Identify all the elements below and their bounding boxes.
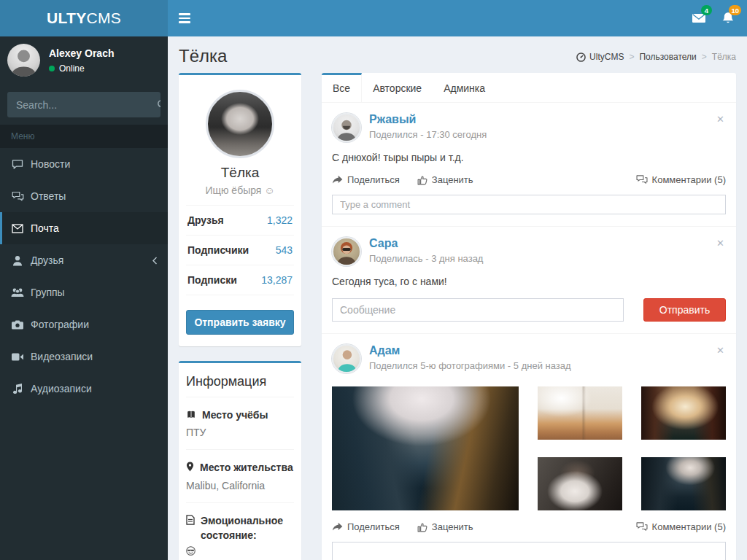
user-info: Alexey Orach Online (40, 44, 118, 77)
app-window: ULTYCMS 4 10 Alex (0, 0, 747, 560)
comments-action[interactable]: Комментарии (5) (636, 174, 726, 185)
online-status-dot (49, 66, 55, 71)
sidebar-item-groups[interactable]: Группы (0, 276, 168, 308)
like-action[interactable]: Заценить (417, 174, 473, 185)
logo-bold-text: ULTY (47, 9, 86, 27)
notifications-badge: 10 (729, 5, 741, 15)
post-author-avatar[interactable] (332, 113, 361, 142)
photo-thumbnail-dining[interactable] (538, 386, 622, 440)
book-icon (186, 408, 196, 423)
like-action[interactable]: Заценить (417, 521, 473, 532)
info-item-emotion: Эмоциональное состояние: (186, 503, 294, 559)
share-action[interactable]: Поделиться (332, 521, 400, 532)
photo-column (641, 386, 726, 510)
messages-button[interactable]: 4 (684, 0, 713, 36)
close-icon[interactable]: ✕ (715, 344, 726, 357)
breadcrumb-home[interactable]: UltyCMS (576, 52, 624, 62)
breadcrumb-label: Пользователи (639, 52, 696, 62)
comment-input[interactable] (332, 195, 726, 214)
breadcrumb-separator: > (702, 52, 707, 62)
notifications-button[interactable]: 10 (713, 0, 743, 36)
avatar-image (333, 346, 360, 372)
comments-action[interactable]: Комментарии (5) (636, 521, 726, 532)
sidebar-item-news[interactable]: Новости (0, 148, 168, 180)
sidebar-item-photos[interactable]: Фотографии (0, 308, 168, 341)
photo-thumbnail-canal[interactable] (641, 386, 726, 440)
breadcrumb-separator: > (629, 52, 634, 62)
post-author-link[interactable]: Сара (369, 237, 483, 250)
message-row: Отправить (332, 298, 726, 322)
profile-avatar (206, 90, 274, 158)
post-author-avatar[interactable] (332, 237, 361, 266)
post-header: Адам Поделился 5-ю фотографиями - 5 дней… (332, 344, 726, 373)
post-author-avatar[interactable] (332, 344, 361, 373)
info-card: Информация Место учёбы ПТУ Место жительс… (179, 361, 301, 560)
post-actions: Поделиться Заценить Комментарии (5) (332, 174, 726, 185)
top-navbar: 4 10 (168, 0, 747, 36)
post-actions: Поделиться Заценить Комментарии (5) (332, 521, 726, 532)
sidebar-user-panel: Alexey Orach Online (0, 36, 168, 85)
tab-all[interactable]: Все (322, 73, 362, 102)
stats-value-link[interactable]: 1,322 (267, 214, 293, 226)
share-icon (332, 522, 343, 532)
search-input[interactable] (7, 92, 157, 117)
photo-thumbnail-street[interactable] (332, 386, 519, 510)
close-icon[interactable]: ✕ (715, 113, 726, 125)
music-note-icon (11, 384, 24, 394)
tab-authored[interactable]: Авторские (362, 73, 433, 102)
send-button[interactable]: Отправить (643, 298, 726, 322)
stats-row-friends: Друзья 1,322 (186, 205, 294, 235)
share-label: Поделиться (347, 174, 400, 185)
send-request-button[interactable]: Отправить заявку (186, 310, 294, 335)
sidebar-item-videos[interactable]: Видеозаписи (0, 341, 168, 373)
logo-light-text: CMS (86, 9, 121, 27)
post-author-link[interactable]: Адам (369, 344, 571, 357)
tab-admin[interactable]: Админка (433, 73, 496, 102)
thumbs-up-icon (417, 522, 427, 532)
sidebar-item-mail[interactable]: Почта (0, 212, 168, 244)
sidebar-item-answers[interactable]: Ответы (0, 180, 168, 212)
avatar-image (333, 238, 360, 265)
hamburger-icon (179, 13, 190, 23)
sidebar-search-form (7, 92, 160, 117)
photo-column (538, 386, 622, 510)
stats-value-link[interactable]: 13,287 (261, 274, 293, 286)
video-camera-icon (11, 353, 24, 361)
sidebar-item-audio[interactable]: Аудиозаписи (0, 373, 168, 405)
post-author-link[interactable]: Ржавый (369, 113, 487, 126)
comment-input[interactable] (332, 542, 726, 560)
stats-row-following: Подписки 13,287 (186, 265, 294, 295)
sidebar-toggle-button[interactable] (168, 0, 201, 36)
post-header: Сара Поделилась - 3 дня назад ✕ (332, 237, 726, 266)
file-text-icon (186, 514, 195, 529)
info-item-location: Место жительства Malibu, California (186, 450, 294, 491)
like-label: Заценить (432, 174, 473, 185)
photo-thumbnail-reading[interactable] (538, 457, 622, 510)
search-button[interactable] (157, 92, 160, 117)
user-icon (11, 255, 24, 266)
sidebar-item-friends[interactable]: Друзья (0, 244, 168, 276)
photo-thumbnail-street-dark[interactable] (641, 457, 726, 510)
stats-value-link[interactable]: 543 (276, 244, 293, 256)
search-icon (157, 99, 160, 110)
info-label-text: Эмоциональное состояние: (201, 513, 294, 543)
cool-emoji-icon (186, 546, 196, 556)
message-input[interactable] (332, 298, 624, 322)
profile-card: Тёлка Ищю ёбыря ☺ Друзья 1,322 Подписчик… (179, 73, 301, 346)
user-status[interactable]: Online (49, 63, 115, 74)
close-icon[interactable]: ✕ (715, 237, 726, 249)
comments-icon (11, 191, 24, 202)
like-label: Заценить (432, 521, 473, 532)
comments-label: Комментарии (5) (652, 521, 726, 532)
share-action[interactable]: Поделиться (332, 174, 400, 185)
dashboard-icon (576, 52, 586, 62)
profile-name: Тёлка (186, 165, 294, 181)
app-logo[interactable]: ULTYCMS (0, 0, 168, 36)
comments-label: Комментарии (5) (652, 174, 726, 185)
breadcrumb-users[interactable]: Пользователи (639, 52, 696, 62)
chevron-left-icon (152, 257, 158, 265)
user-name: Alexey Orach (49, 47, 115, 59)
sidebar-item-label: Видеозаписи (31, 351, 93, 362)
sidebar-item-label: Новости (31, 158, 70, 170)
info-value: Malibu, California (186, 480, 294, 491)
